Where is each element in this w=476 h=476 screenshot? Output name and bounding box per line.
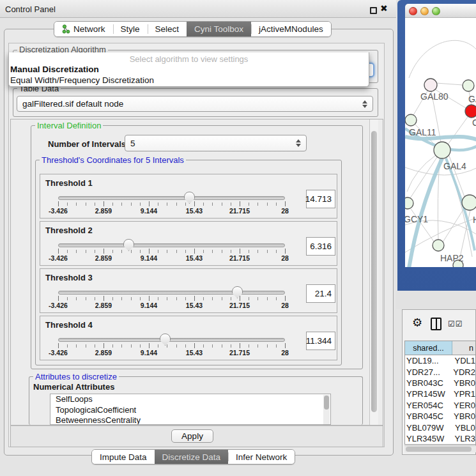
- tick-label: 15.43: [175, 207, 213, 215]
- table-row[interactable]: YPR145WYPR1: [405, 388, 475, 399]
- tab-jactivemnodules[interactable]: jActiveMNodules: [251, 22, 331, 36]
- threshold-3-value-field[interactable]: 21.4: [306, 284, 335, 303]
- threshold-4-slider-track[interactable]: [58, 338, 285, 342]
- float-window-icon[interactable]: [370, 7, 377, 14]
- scrollbar-thumb[interactable]: [406, 447, 472, 452]
- threshold-1-value-field[interactable]: 14.713: [306, 190, 335, 208]
- combobox-stepper-icon: [362, 100, 367, 108]
- tab-select[interactable]: Select: [148, 22, 187, 36]
- minimize-traffic-light-icon[interactable]: [420, 7, 429, 15]
- threshold-4-label: Threshold 4: [45, 320, 93, 330]
- slider-ticks: [58, 344, 286, 348]
- tab-impute-data[interactable]: Impute Data: [92, 450, 155, 464]
- node-top-right[interactable]: [463, 80, 474, 91]
- node-gal80[interactable]: [424, 79, 437, 91]
- apply-button[interactable]: Apply: [171, 429, 213, 443]
- table-row[interactable]: YER054CYER0: [405, 400, 475, 411]
- dropdown-option-manual-discretization[interactable]: Manual Discretization: [10, 65, 99, 74]
- number-of-intervals-value: 5: [130, 139, 135, 148]
- threshold-3-panel: Threshold 3 -3.426 2.859 9.144 15.43 21.…: [40, 268, 337, 313]
- column-header-name[interactable]: n: [452, 341, 475, 355]
- tick-label: 9.144: [130, 302, 168, 309]
- threshold-1-label: Threshold 1: [45, 178, 93, 188]
- dropdown-option-equal-width-frequency[interactable]: Equal Width/Frequency Discretization: [10, 75, 154, 85]
- tick-label: 9.144: [130, 349, 168, 357]
- tick-label: 21.715: [220, 254, 259, 262]
- settings-vertical-scrollbar[interactable]: [369, 119, 378, 425]
- node-label-h-partial: H: [473, 215, 476, 225]
- tick-label: -3.426: [39, 302, 77, 309]
- top-tab-bar: Network Style Select Cyni Toolbox jActiv…: [54, 21, 332, 37]
- threshold-2-value-field[interactable]: 6.316: [306, 237, 335, 256]
- table-row[interactable]: YBR043CYBR0: [405, 378, 475, 388]
- bottom-tab-bar: Impute Data Discretize Data Infer Networ…: [91, 449, 295, 464]
- slider-ticks: [58, 203, 286, 206]
- table-row[interactable]: YDR27...YDR2: [405, 366, 475, 377]
- network-canvas[interactable]: GAL80 GA C GAL11 GAL4 GCY1 H HAP2: [405, 18, 476, 267]
- threshold-3-label: Threshold 3: [45, 273, 93, 282]
- node-right-mid[interactable]: [462, 195, 476, 210]
- node-hap2[interactable]: [433, 240, 444, 251]
- algorithm-dropdown-popup: Select algorithm to view settings Manual…: [8, 52, 369, 87]
- attributes-group-label: Attributes to discretize: [33, 372, 119, 381]
- threshold-1-slider-track[interactable]: [58, 196, 285, 200]
- tab-infer-network[interactable]: Infer Network: [228, 450, 295, 464]
- node-label-ga-partial: GA: [468, 94, 476, 104]
- slider-ticks: [58, 250, 286, 253]
- table-row[interactable]: YIL052CYIL0: [405, 444, 475, 445]
- tick-label: 2.859: [84, 254, 123, 262]
- zoom-traffic-light-icon[interactable]: [432, 7, 440, 15]
- number-of-intervals-combobox[interactable]: 5: [125, 135, 307, 151]
- tick-label: 9.144: [130, 254, 168, 262]
- columns-icon[interactable]: [431, 318, 441, 330]
- node-label-gal11: GAL11: [409, 127, 436, 137]
- close-traffic-light-icon[interactable]: [409, 7, 417, 15]
- combobox-stepper-icon: [296, 139, 301, 147]
- column-header-shared-name[interactable]: shared...: [405, 341, 452, 355]
- numerical-attributes-list[interactable]: SelfLoops TopologicalCoefficient Between…: [50, 394, 331, 425]
- threshold-4-value-field[interactable]: 11.344: [306, 332, 335, 350]
- tab-cyni-toolbox[interactable]: Cyni Toolbox: [187, 22, 251, 36]
- node-gal4[interactable]: [434, 142, 450, 158]
- network-window-titlebar[interactable]: [405, 4, 476, 18]
- table-data-combobox[interactable]: galFiltered.sif default node: [17, 96, 373, 112]
- close-icon[interactable]: ✖: [380, 3, 388, 13]
- interval-definition-label: Interval Definition: [35, 121, 103, 130]
- table-row[interactable]: YBR045CYBR0: [405, 411, 475, 422]
- list-item[interactable]: BetweennessCentrality: [50, 415, 330, 425]
- threshold-2-label: Threshold 2: [45, 226, 93, 235]
- tab-network[interactable]: Network: [54, 22, 113, 36]
- node-attribute-table[interactable]: shared... n YDL19...YDL1 YDR27...YDR2 YB…: [404, 341, 476, 445]
- numerical-attributes-label: Numerical Attributes: [33, 382, 114, 392]
- node-label-gal4: GAL4: [443, 161, 466, 171]
- list-vertical-scrollbar[interactable]: [323, 395, 330, 425]
- node-gcy1[interactable]: [405, 197, 413, 209]
- threshold-4-panel: Threshold 4 -3.426 2.859 9.144 15.43 21.…: [40, 316, 337, 360]
- node-gal11[interactable]: [405, 114, 417, 126]
- list-item[interactable]: TopologicalCoefficient: [50, 405, 330, 416]
- tick-label: -3.426: [39, 254, 77, 262]
- scrollbar-thumb[interactable]: [371, 131, 377, 412]
- dropdown-hint-text: Select algorithm to view settings: [9, 54, 369, 64]
- tick-label: 2.859: [84, 349, 123, 357]
- tab-style[interactable]: Style: [113, 22, 148, 36]
- threshold-3-slider-track[interactable]: [58, 291, 285, 295]
- table-horizontal-scrollbar[interactable]: [404, 445, 476, 452]
- table-header-row: shared... n: [405, 341, 475, 355]
- table-row[interactable]: YDL19...YDL1: [405, 355, 475, 366]
- gear-icon[interactable]: ⚙: [412, 317, 422, 328]
- scrollbar-thumb[interactable]: [324, 395, 329, 410]
- select-columns-checkboxes-icon[interactable]: ☑☑: [448, 319, 463, 328]
- threshold-1-panel: Threshold 1 -3.426 2.859 9.144 15.43 21.…: [40, 174, 337, 219]
- list-item[interactable]: SelfLoops: [50, 394, 330, 405]
- table-row[interactable]: YLR345WYLR3: [405, 433, 475, 444]
- thresholds-group-label: Threshold's Coordinates for 5 Intervals: [40, 155, 186, 165]
- threshold-2-slider-track[interactable]: [58, 243, 285, 247]
- tab-network-label: Network: [73, 24, 105, 34]
- tick-label: 28: [266, 207, 304, 215]
- tab-discretize-data[interactable]: Discretize Data: [155, 450, 229, 464]
- node-label-hap2: HAP2: [440, 253, 464, 263]
- node-highlighted-red[interactable]: [465, 105, 476, 118]
- table-row[interactable]: YBL079WYBL0: [405, 422, 475, 433]
- control-panel-titlebar: Control Panel ✖: [0, 0, 396, 18]
